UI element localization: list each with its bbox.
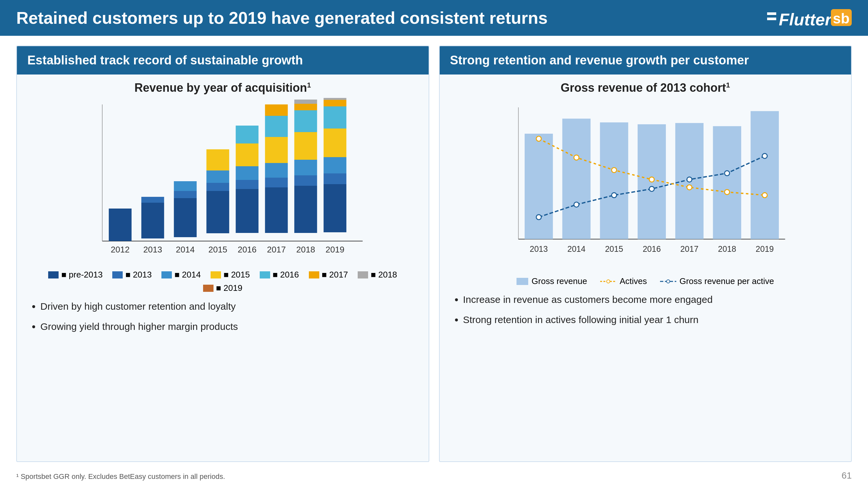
left-chart-legend: ■ pre-2013 ■ 2013 ■ 2014 ■ 2015 ■ 2016 [27, 270, 418, 293]
svg-rect-8 [141, 203, 164, 238]
svg-text:2015: 2015 [605, 244, 623, 254]
svg-rect-20 [236, 143, 258, 166]
svg-rect-39 [323, 106, 346, 129]
right-bullet-2: Strong retention in actives following in… [463, 313, 841, 327]
legend-label-pre2013: ■ pre-2013 [61, 270, 102, 280]
svg-rect-40 [323, 100, 346, 106]
legend-color-2018 [358, 271, 368, 279]
svg-rect-10 [174, 198, 196, 237]
legend-color-2015 [211, 271, 221, 279]
svg-rect-59 [713, 126, 741, 239]
svg-rect-12 [174, 181, 196, 191]
left-bullet-2: Growing yield through higher margin prod… [40, 320, 418, 333]
legend-2015: ■ 2015 [211, 270, 250, 280]
legend-2014: ■ 2014 [161, 270, 201, 280]
svg-rect-34 [294, 100, 317, 104]
legend-label-2017: ■ 2017 [322, 270, 348, 280]
svg-point-64 [649, 187, 654, 191]
legend-color-pre2013 [48, 271, 59, 279]
legend-2013: ■ 2013 [112, 270, 152, 280]
svg-rect-23 [265, 177, 288, 187]
legend-label-2015: ■ 2015 [224, 270, 250, 280]
svg-point-62 [574, 202, 579, 207]
svg-text:2018: 2018 [296, 245, 315, 254]
right-panel-body: Gross revenue of 2013 cohort1 [440, 74, 851, 461]
svg-point-68 [536, 136, 541, 141]
svg-rect-9 [141, 197, 164, 203]
legend-label-2014: ■ 2014 [175, 270, 201, 280]
svg-rect-11 [174, 191, 196, 198]
svg-point-83 [607, 280, 610, 283]
left-panel-header: Established track record of sustainable … [17, 46, 429, 74]
right-chart-legend: Gross revenue Actives Gross revenue per … [450, 276, 841, 286]
svg-text:2018: 2018 [718, 244, 736, 254]
legend-2017: ■ 2017 [309, 270, 348, 280]
svg-rect-24 [265, 163, 288, 177]
right-panel-header: Strong retention and revenue growth per … [440, 46, 851, 74]
svg-text:2014: 2014 [176, 245, 195, 254]
left-bullet-1: Driven by high customer retention and lo… [40, 300, 418, 313]
svg-text:2017: 2017 [680, 244, 699, 254]
legend-label-gross-revenue: Gross revenue [531, 276, 587, 286]
svg-rect-55 [562, 119, 590, 239]
legend-line-actives [600, 278, 616, 285]
left-chart-title: Revenue by year of acquisition1 [27, 81, 418, 95]
svg-text:2017: 2017 [267, 245, 286, 254]
right-panel: Strong retention and revenue growth per … [439, 45, 852, 462]
svg-rect-1 [767, 18, 776, 20]
svg-rect-19 [236, 166, 258, 180]
svg-rect-0 [767, 12, 776, 15]
right-chart: 2013 2014 2015 2016 2017 2018 2019 [450, 98, 841, 273]
svg-text:2012: 2012 [111, 245, 129, 254]
legend-label-2018: ■ 2018 [371, 270, 397, 280]
left-panel-body: Revenue by year of acquisition1 [17, 74, 429, 461]
legend-color-2014 [161, 271, 172, 279]
header-title: Retained customers up to 2019 have gener… [16, 8, 548, 28]
footnote: ¹ Sportsbet GGR only. Excludes BetEasy c… [16, 473, 225, 481]
svg-rect-22 [265, 187, 288, 233]
svg-rect-33 [294, 104, 317, 110]
svg-point-74 [762, 193, 767, 197]
svg-rect-60 [750, 111, 779, 239]
legend-label-2019: ■ 2019 [216, 283, 243, 293]
svg-rect-28 [294, 186, 317, 233]
svg-point-72 [687, 185, 691, 190]
svg-text:2019: 2019 [326, 245, 344, 254]
svg-rect-15 [206, 170, 229, 183]
svg-text:2013: 2013 [143, 245, 162, 254]
svg-point-73 [724, 190, 730, 195]
legend-gross-revenue-per-active: Gross revenue per active [660, 276, 774, 286]
page-number: 61 [842, 470, 852, 481]
legend-label-gross-revenue-per-active: Gross revenue per active [680, 276, 774, 286]
logo-area: ​ Flutter sb [764, 6, 852, 29]
svg-rect-27 [265, 104, 288, 116]
legend-actives: Actives [600, 276, 647, 286]
legend-label-2013: ■ 2013 [125, 270, 152, 280]
left-bullets: Driven by high customer retention and lo… [27, 300, 418, 340]
svg-text:sb: sb [833, 10, 849, 26]
svg-rect-14 [206, 183, 229, 191]
stacked-bar-chart: 2012 2013 2014 2015 2016 2017 2018 2019 [27, 98, 418, 267]
svg-point-70 [612, 167, 616, 172]
legend-color-2016 [260, 271, 270, 279]
svg-rect-31 [294, 132, 317, 160]
legend-gross-revenue: Gross revenue [517, 276, 587, 286]
svg-text:Flutter: Flutter [779, 10, 833, 29]
header: Retained customers up to 2019 have gener… [0, 0, 868, 36]
svg-rect-54 [525, 134, 553, 239]
flutter-logo: Flutter sb [767, 6, 852, 29]
svg-rect-32 [294, 110, 317, 132]
legend-2018: ■ 2018 [358, 270, 397, 280]
svg-point-65 [687, 177, 691, 182]
legend-label-actives: Actives [620, 276, 647, 286]
svg-rect-56 [600, 122, 628, 239]
svg-rect-21 [236, 126, 258, 143]
svg-text:2016: 2016 [238, 245, 256, 254]
svg-point-71 [649, 177, 654, 182]
right-chart-title: Gross revenue of 2013 cohort1 [450, 81, 841, 95]
svg-point-85 [666, 280, 670, 283]
svg-text:2013: 2013 [529, 244, 548, 254]
svg-rect-38 [323, 129, 346, 157]
svg-rect-13 [206, 191, 229, 233]
svg-text:2019: 2019 [755, 244, 774, 254]
